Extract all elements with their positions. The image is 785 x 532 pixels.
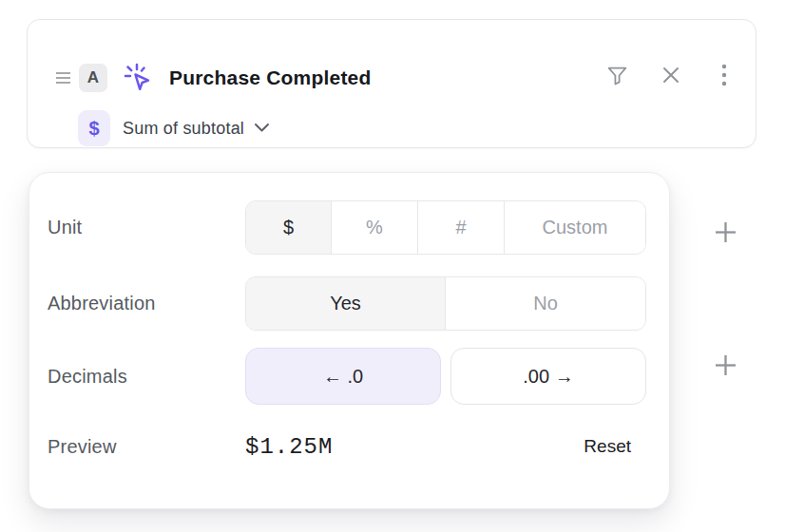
unit-option-dollar[interactable]: $ xyxy=(246,201,332,254)
plus-icon xyxy=(713,352,738,381)
unit-segmented-control: $ % # Custom xyxy=(245,200,646,255)
add-event-button[interactable] xyxy=(711,352,739,381)
plus-icon xyxy=(713,219,738,248)
click-cursor-icon xyxy=(122,61,154,95)
decimals-controls: ← .0 .00 → xyxy=(245,348,646,405)
unit-option-number[interactable]: # xyxy=(418,201,505,254)
event-card: A Purchase Completed xyxy=(27,19,756,148)
event-title: Purchase Completed xyxy=(169,66,372,89)
unit-option-percent[interactable]: % xyxy=(332,201,418,254)
abbreviation-label: Abbreviation xyxy=(48,293,245,314)
event-card-header: A Purchase Completed xyxy=(56,62,372,94)
reset-button[interactable]: Reset xyxy=(584,436,631,457)
close-icon xyxy=(660,64,682,89)
measure-label: Sum of subtotal xyxy=(123,119,244,139)
unit-row: Unit $ % # Custom xyxy=(48,200,647,255)
abbreviation-segmented-control: Yes No xyxy=(245,276,646,331)
metric-format-screen: A Purchase Completed xyxy=(0,0,785,532)
decimals-decrease-button[interactable]: ← .0 xyxy=(245,348,441,405)
filter-button[interactable] xyxy=(604,64,630,89)
close-button[interactable] xyxy=(658,64,683,89)
event-card-actions xyxy=(604,64,737,89)
unit-label: Unit xyxy=(48,217,245,238)
filter-icon xyxy=(605,64,629,90)
abbreviation-option-yes[interactable]: Yes xyxy=(246,277,446,330)
event-measure-row: $ Sum of subtotal xyxy=(78,109,270,147)
dollar-badge: $ xyxy=(78,110,110,146)
preview-value: $1.25M xyxy=(245,434,333,460)
unit-option-custom[interactable]: Custom xyxy=(505,201,645,254)
chevron-down-icon xyxy=(254,122,270,136)
kebab-menu-icon xyxy=(713,62,736,91)
measure-selector[interactable]: Sum of subtotal xyxy=(123,119,270,139)
decimals-label: Decimals xyxy=(48,366,245,388)
more-options-button[interactable] xyxy=(711,64,737,89)
preview-label: Preview xyxy=(48,436,245,458)
add-filter-button[interactable] xyxy=(711,219,739,248)
abbreviation-option-no[interactable]: No xyxy=(446,277,645,330)
number-format-panel: Unit $ % # Custom Abbreviation Yes No De… xyxy=(29,172,670,509)
event-letter-badge: A xyxy=(79,64,107,92)
preview-row: Preview $1.25M Reset xyxy=(48,428,647,466)
drag-handle-icon[interactable] xyxy=(56,71,71,85)
decimals-increase-button[interactable]: .00 → xyxy=(450,348,646,405)
abbreviation-row: Abbreviation Yes No xyxy=(48,276,647,331)
decimals-row: Decimals ← .0 .00 → xyxy=(48,348,647,405)
